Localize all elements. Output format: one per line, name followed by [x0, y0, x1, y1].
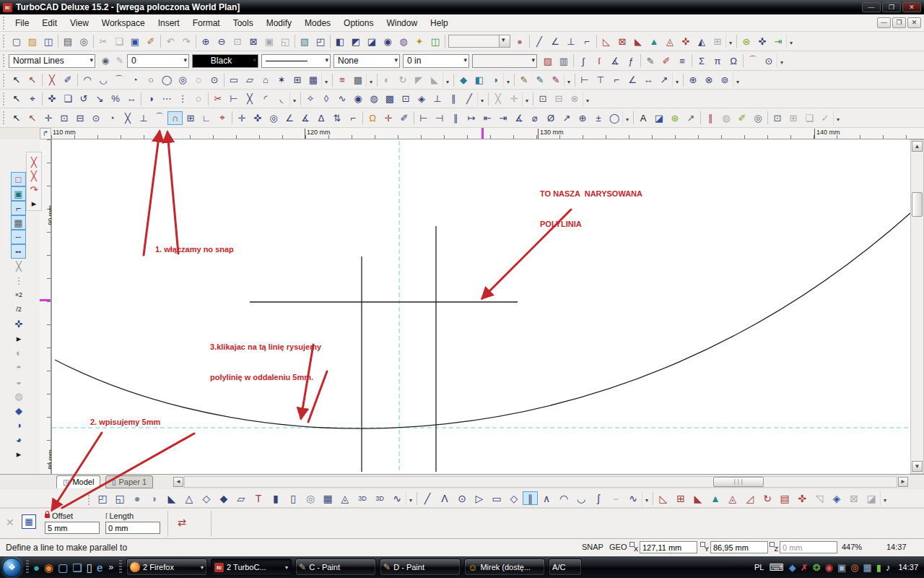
wave-icon[interactable]: ∿ — [334, 92, 350, 106]
gradient-icon[interactable]: ▥ — [556, 53, 572, 68]
compress-green-icon[interactable]: ⊛ — [667, 111, 683, 125]
workplane-cone-icon[interactable]: ▲ — [646, 34, 662, 48]
toolbar-overflow-button[interactable]: ▾ — [725, 34, 735, 48]
dim-ang-icon[interactable]: ∠ — [624, 73, 640, 87]
pan-tool-icon[interactable]: ✜ — [11, 316, 27, 331]
workplane-icon[interactable]: ◺ — [598, 34, 614, 48]
ruler-tool-icon[interactable]: ⌐ — [11, 201, 26, 215]
diamond-node-icon[interactable]: ◈ — [414, 92, 430, 106]
menu-edit[interactable]: Edit — [35, 16, 64, 30]
tray-opera-icon[interactable]: ◎ — [850, 563, 858, 572]
blob-icon[interactable]: ◍ — [366, 92, 382, 106]
dim-horiz-icon[interactable]: ⊢ — [577, 73, 593, 87]
group-icon[interactable]: ⊡ — [535, 92, 551, 106]
polygon-tool-icon[interactable]: ▷ — [471, 491, 488, 506]
snap-indicator[interactable]: SNAP — [582, 543, 603, 551]
ortho-mode-icon[interactable]: ⊥ — [563, 34, 579, 48]
undo-icon[interactable]: ↶ — [162, 34, 178, 48]
tray-volume-icon[interactable]: ♪ — [886, 563, 891, 572]
spline-edit-icon[interactable]: ſ — [591, 53, 607, 68]
zoom-x2-icon[interactable]: ×2 — [11, 288, 27, 302]
maximize-button[interactable]: ❐ — [882, 2, 901, 12]
horizontal-scrollbar[interactable] — [184, 476, 897, 488]
format-brush-icon[interactable]: ✐ — [143, 34, 159, 48]
close-button[interactable]: ✕ — [902, 2, 921, 12]
spline-convert-icon[interactable]: ʃ — [575, 53, 591, 68]
paper-space-icon[interactable]: ▣ — [11, 186, 26, 201]
layer-combo[interactable]: 0 — [127, 54, 189, 68]
expander2-icon[interactable]: ▸ — [11, 447, 27, 461]
keyboard-icon[interactable]: ⌨ — [770, 561, 784, 573]
plane-icon[interactable]: ◺ — [655, 491, 672, 506]
snap-quadrant-icon[interactable]: ◔ — [104, 111, 120, 125]
select-open-icon[interactable]: ↖ — [25, 73, 40, 87]
expander-icon[interactable]: ▸ — [11, 331, 27, 345]
tray-badge-icon[interactable]: ❂ — [813, 563, 821, 572]
align-icon[interactable]: ⇥ — [770, 34, 786, 48]
pattern-icon[interactable]: ▩ — [382, 92, 398, 106]
updown-icon[interactable]: ⇅ — [329, 111, 345, 125]
toolbar-grip[interactable] — [1, 111, 7, 124]
extra-combo[interactable] — [472, 54, 537, 68]
dim-ordinate-icon[interactable]: ↦ — [463, 111, 479, 125]
plane-doc-icon[interactable]: ▤ — [776, 491, 793, 506]
select-rect-tool-icon[interactable]: □ — [11, 172, 26, 186]
text-3d-icon[interactable]: T — [250, 491, 267, 506]
parallel-tool-icon[interactable]: ∥ — [445, 92, 461, 106]
quick-launch-document-icon[interactable]: ▯ — [87, 562, 92, 573]
dim-baseline-icon[interactable]: ⇤ — [479, 111, 495, 125]
tray-network-icon[interactable]: ▦ — [863, 563, 872, 572]
toolbar-grip[interactable] — [1, 74, 7, 87]
erase-icon[interactable]: ╳ — [44, 73, 60, 87]
wedge-icon[interactable]: ◇ — [198, 491, 215, 506]
snap-middle-icon[interactable]: ⊟ — [72, 111, 88, 125]
toolbar-grip[interactable] — [1, 92, 7, 105]
snap-free-icon[interactable]: ✛ — [40, 111, 56, 125]
horizontal-scroll-thumb[interactable]: ∣∣∣ — [713, 477, 764, 487]
toolbar-overflow-button[interactable]: ▾ — [642, 491, 651, 506]
arc-half-icon[interactable]: ⌒ — [111, 73, 127, 87]
rotate-tool-icon[interactable]: ↺ — [76, 92, 92, 106]
rectangle-icon[interactable]: ▭ — [488, 491, 505, 506]
menu-options[interactable]: Options — [337, 16, 380, 30]
cylinder-icon[interactable]: ▮ — [267, 491, 284, 506]
copy-tool-icon[interactable]: ❏ — [60, 92, 76, 106]
omega-icon[interactable]: Ω — [725, 53, 741, 68]
check-gray-icon[interactable]: ✓ — [817, 111, 833, 125]
task-button-c-paint[interactable]: ✎C - Paint — [295, 558, 376, 576]
tray-messenger-icon[interactable]: ◉ — [825, 563, 833, 572]
trim-x2-icon[interactable]: ╳ — [26, 169, 42, 183]
mdi-minimize-button[interactable]: — — [877, 17, 891, 28]
insert-picture-icon[interactable]: ▧ — [297, 34, 313, 48]
parallel-red-icon[interactable]: ∥ — [702, 111, 718, 125]
slash-tool-icon[interactable]: ╱ — [461, 92, 477, 106]
menu-format[interactable]: Format — [186, 16, 227, 30]
snap-perpendicular-icon[interactable]: ⊥ — [136, 111, 152, 125]
quick-launch-app-icon[interactable]: ● — [33, 562, 40, 573]
lock-tool-icon[interactable]: ⊗ — [567, 92, 583, 106]
bool-sphere3-icon[interactable]: ◒ — [11, 374, 27, 389]
scroll-up-button[interactable]: ▲ — [912, 141, 923, 152]
bool-union-icon[interactable]: ◆ — [11, 403, 27, 418]
camera-icon[interactable]: ◉ — [380, 34, 396, 48]
paste-icon[interactable]: ▣ — [127, 34, 143, 48]
toolbar-overflow-button[interactable]: ▾ — [583, 92, 592, 106]
redo-icon[interactable]: ↷ — [178, 34, 194, 48]
toolbar-grip[interactable] — [1, 35, 7, 48]
tray-phone-icon[interactable]: ▮ — [876, 563, 881, 572]
zoom-in-icon[interactable]: ⊕ — [198, 34, 214, 48]
corner-snap-icon[interactable]: ⌐ — [345, 111, 361, 125]
fx-icon[interactable]: ƒ — [623, 53, 639, 68]
cylinder2-icon[interactable]: ▯ — [284, 491, 302, 506]
bool-sphere2-icon[interactable]: ◓ — [11, 360, 27, 374]
dots-grid-icon[interactable]: ⋮ — [11, 273, 27, 288]
plane-grid-icon[interactable]: ⊞ — [672, 491, 689, 506]
spline-icon[interactable]: ∿ — [624, 491, 642, 506]
angle-lock-icon[interactable]: ∠ — [282, 111, 297, 125]
toolbar-overflow-button[interactable]: ▾ — [672, 73, 681, 87]
star-icon[interactable]: ✶ — [274, 73, 289, 87]
dim-rad-icon[interactable]: ⌐ — [609, 73, 624, 87]
taskbar-clock[interactable]: 14:37 — [898, 563, 918, 571]
zoom-selection-icon[interactable]: ⊡ — [230, 34, 245, 48]
shrink-icon[interactable]: ◊ — [318, 92, 334, 106]
